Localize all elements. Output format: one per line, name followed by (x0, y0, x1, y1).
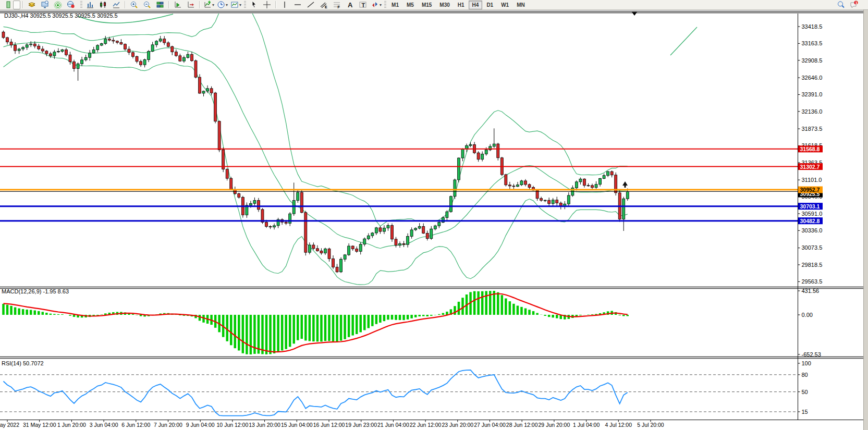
timeframe-button-h1[interactable]: H1 (454, 1, 468, 9)
candlestick-chart-icon (99, 1, 107, 9)
auto-trading-button[interactable] (65, 1, 79, 9)
search-button[interactable] (835, 0, 847, 9)
zoom-out-icon (143, 1, 151, 9)
svg-text:29563.5: 29563.5 (802, 278, 823, 285)
svg-text:3 Jun 04:00: 3 Jun 04:00 (90, 422, 118, 428)
timeframe-button-m30[interactable]: M30 (436, 1, 453, 9)
timeframe-button-h4[interactable]: H4 (469, 1, 483, 9)
svg-text:4 Jul 12:00: 4 Jul 12:00 (605, 422, 632, 428)
text-label-button[interactable]: T (357, 0, 369, 9)
svg-text:100: 100 (802, 360, 811, 366)
svg-text:32646.0: 32646.0 (802, 75, 823, 81)
templates-button[interactable]: ▾ (229, 0, 242, 9)
svg-text:0.00: 0.00 (802, 312, 813, 318)
text-button[interactable]: A (344, 0, 356, 9)
zoom-in-button[interactable] (128, 0, 140, 9)
gold-icon (28, 1, 36, 9)
svg-text:21 Jun 04:00: 21 Jun 04:00 (377, 422, 409, 428)
periods-clock-button[interactable]: ▾ (216, 0, 229, 9)
timeframe-button-d1[interactable]: D1 (483, 1, 497, 9)
svg-text:27 Jun 04:00: 27 Jun 04:00 (474, 422, 506, 428)
chart-shift-button[interactable] (185, 0, 197, 9)
dropdown-arrow-icon[interactable]: ▾ (239, 3, 241, 7)
toolbar-grip-handle[interactable] (244, 1, 246, 8)
signals-icon (54, 1, 62, 9)
autotrading-globe-icon (67, 1, 75, 9)
candlestick-chart-button[interactable] (97, 0, 109, 9)
chart-background (0, 0, 868, 430)
tile-windows-icon (156, 1, 164, 9)
chat-button[interactable]: 1 (848, 0, 860, 9)
crosshair-icon (263, 1, 271, 9)
timeframe-button-m15[interactable]: M15 (418, 1, 435, 9)
text-label-icon: T (359, 1, 367, 9)
dropdown-arrow-icon[interactable]: ▾ (380, 3, 382, 7)
svg-text:50: 50 (802, 389, 808, 395)
svg-text:May 2022: May 2022 (0, 422, 19, 428)
svg-text:-652.53: -652.53 (802, 351, 821, 358)
bar-chart-button[interactable] (84, 0, 96, 9)
trendline-icon (307, 1, 315, 9)
arrows-button[interactable]: ▾ (370, 0, 383, 9)
dropdown-arrow-icon[interactable]: ▾ (212, 3, 214, 7)
indicators-button[interactable]: ▾ (202, 0, 215, 9)
svg-text:33163.5: 33163.5 (802, 40, 823, 46)
new-order-button[interactable] (13, 1, 20, 9)
svg-text:31 May 12:00: 31 May 12:00 (23, 422, 56, 428)
macd-label: MACD(12,26,9) -1.95 8.63 (2, 288, 69, 294)
auto-scroll-button[interactable] (172, 0, 184, 9)
terminal-button[interactable] (39, 0, 51, 9)
timeframe-button-m1[interactable]: M1 (388, 1, 402, 9)
fibonacci-button[interactable]: F (331, 0, 343, 9)
partial-icon (2, 1, 10, 9)
cursor-button[interactable] (248, 0, 260, 9)
svg-text:7 Jun 20:00: 7 Jun 20:00 (154, 422, 182, 428)
auto-scroll-icon (174, 1, 182, 9)
vertical-line-button[interactable] (278, 0, 291, 9)
toolbar-grip-handle[interactable] (384, 1, 386, 8)
crosshair-button[interactable] (261, 0, 273, 9)
svg-text:F: F (338, 5, 340, 9)
tile-windows-button[interactable] (154, 0, 166, 9)
gold-button[interactable] (26, 0, 38, 9)
toolbar-grip-handle[interactable] (80, 1, 82, 8)
svg-text:30073.5: 30073.5 (802, 244, 823, 251)
svg-text:15: 15 (802, 409, 808, 415)
svg-text:431.56: 431.56 (802, 288, 820, 294)
equidistant-channel-button[interactable]: E (317, 0, 330, 9)
horizontal-line-button[interactable] (291, 0, 304, 9)
svg-text:31302.7: 31302.7 (800, 164, 820, 170)
partial-button (0, 0, 13, 9)
line-chart-button[interactable] (110, 0, 123, 9)
svg-text:22 Jun 12:00: 22 Jun 12:00 (410, 422, 442, 428)
svg-text:1 Jul 04:00: 1 Jul 04:00 (573, 422, 600, 428)
dropdown-arrow-icon[interactable]: ▾ (226, 3, 228, 7)
svg-text:23 Jun 20:00: 23 Jun 20:00 (442, 422, 473, 428)
svg-text:80: 80 (802, 372, 808, 378)
timeframe-button-w1[interactable]: W1 (497, 1, 512, 9)
svg-text:30591.0: 30591.0 (802, 211, 823, 217)
symbol-ohlc-label: DJ30-,H4 30925.5 30925.5 30925.5 30925.5 (4, 13, 118, 19)
svg-text:10 Jun 12:00: 10 Jun 12:00 (217, 422, 249, 428)
timeframe-button-mn[interactable]: MN (513, 1, 529, 9)
zoom-out-button[interactable] (141, 0, 153, 9)
toolbar-separator (125, 1, 126, 8)
toolbar-separator (22, 1, 23, 8)
timeframe-button-m5[interactable]: M5 (403, 1, 418, 9)
signals-button[interactable] (52, 0, 64, 9)
svg-text:29 Jun 20:00: 29 Jun 20:00 (539, 422, 570, 428)
chart-canvas[interactable]: 33418.533163.532908.532646.032391.032136… (0, 0, 868, 430)
indicators-icon (203, 1, 212, 9)
svg-text:5 Jul 20:00: 5 Jul 20:00 (637, 422, 664, 428)
search-icon (837, 1, 845, 9)
svg-text:31568.8: 31568.8 (800, 146, 820, 152)
chart-shift-icon (187, 1, 195, 9)
bar-chart-icon (86, 1, 94, 9)
svg-text:32136.0: 32136.0 (802, 108, 823, 115)
svg-text:1 Jun 20:00: 1 Jun 20:00 (57, 422, 86, 428)
periods-clock-icon (217, 1, 225, 9)
svg-text:31101.0: 31101.0 (802, 177, 822, 183)
templates-icon (230, 1, 239, 9)
svg-text:16 Jun 12:00: 16 Jun 12:00 (313, 422, 345, 428)
trendline-button[interactable] (304, 0, 317, 9)
